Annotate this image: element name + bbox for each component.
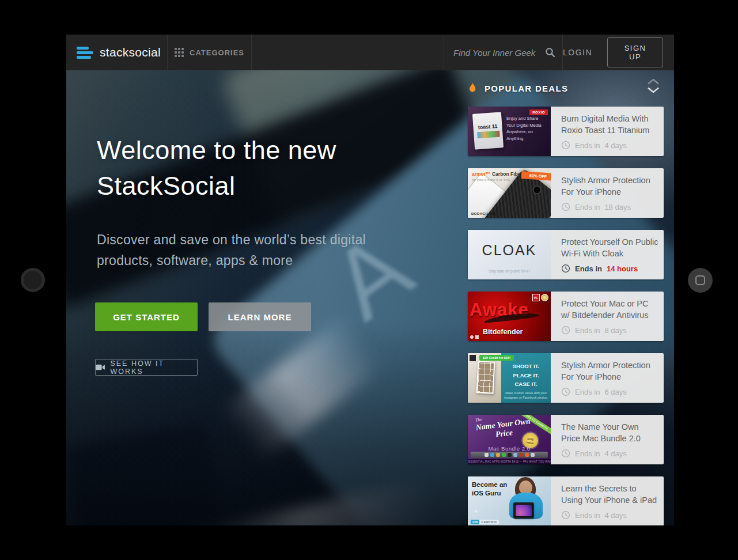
deal-thumbnail: armor™ Carbon Fiber for your iPhone 5 or… — [468, 168, 551, 218]
deal-thumbnail: $25 Credit for $15! SHOOT IT. PLACE IT. … — [468, 353, 551, 403]
award-badges: PC — [532, 294, 548, 301]
roxio-brand-badge: ROXIO — [529, 109, 548, 115]
chevron-up-icon[interactable] — [647, 78, 660, 85]
deal-title: Protect Yourself On Public Wi-Fi With Cl… — [561, 236, 659, 259]
deal-card-roxio[interactable]: ROXIO toast 11 Enjoy and Share Your Digi… — [468, 107, 664, 156]
chevron-down-icon[interactable] — [647, 87, 660, 93]
logo[interactable]: stacksocial — [66, 35, 167, 70]
deal-body: Learn the Secrets to Using Your iPhone &… — [551, 476, 664, 525]
get-started-button[interactable]: GET STARTED — [95, 302, 198, 331]
ipad-art — [513, 502, 534, 519]
account-area: LOGIN SIGN UP — [562, 35, 674, 70]
hero-buttons: GET STARTED LEARN MORE — [95, 302, 388, 331]
deal-body: Protect Yourself On Public Wi-Fi With Cl… — [551, 230, 664, 279]
search-box — [444, 35, 562, 70]
search-input[interactable] — [453, 48, 543, 58]
search-icon[interactable] — [545, 47, 555, 58]
deal-body: The Name Your Own Price Mac Bundle 2.0 E… — [551, 415, 664, 464]
clock-icon — [561, 141, 570, 150]
ios-centric-badge: iOS CENTRIC — [471, 520, 499, 524]
page-title-line2: StackSocial — [97, 168, 388, 204]
deal-thumbnail: The Name Your Own Price GOES TO CHARITY … — [468, 415, 551, 464]
signup-button[interactable]: SIGN UP — [607, 37, 663, 67]
platform-icons — [470, 335, 479, 339]
deal-thumbnail: ROXIO toast 11 Enjoy and Share Your Digi… — [468, 107, 551, 156]
deal-body: Stylish Armor Protection For Your iPhone… — [551, 168, 664, 218]
deal-body: Stylish Armor Protection For Your iPhone… — [551, 353, 664, 403]
deal-countdown-urgent: Ends in 14 hours — [561, 264, 638, 273]
popular-deals-title: POPULAR DEALS — [485, 84, 568, 93]
stack-bars-icon — [77, 47, 93, 59]
home-button-icon — [688, 268, 713, 293]
deal-title: Burn Digital Media With Roxio Toast 11 T… — [561, 113, 659, 136]
deal-card-ios-guru[interactable]: Become an iOS Guru iOS CENTRIC Le — [468, 476, 664, 525]
learn-more-button[interactable]: LEARN MORE — [209, 302, 311, 331]
deal-card-armor[interactable]: armor™ Carbon Fiber for your iPhone 5 or… — [468, 168, 664, 218]
deal-body: Burn Digital Media With Roxio Toast 11 T… — [551, 107, 664, 156]
cloak-logo: CLOAK — [468, 242, 551, 259]
clock-icon — [561, 202, 570, 211]
deal-countdown: Ends in 8 days — [561, 326, 627, 335]
clock-icon — [561, 264, 570, 273]
deal-title: Protect Your Mac or PC w/ Bitdefender An… — [561, 298, 659, 321]
flame-icon — [468, 82, 478, 94]
see-how-it-works-button[interactable]: SEE HOW IT WORKS — [95, 359, 198, 376]
product-box: toast 11 — [472, 112, 504, 149]
top-navbar: stacksocial CATEGORIES LOGIN SIGN UP — [66, 35, 674, 70]
page-title-line1: Welcome to the new — [97, 133, 388, 168]
popular-deals-header: POPULAR DEALS — [468, 81, 664, 96]
deal-thumbnail: CLOAK Stay safe on public Wi-Fi — [468, 230, 551, 279]
deal-title: Learn the Secrets to Using Your iPhone &… — [561, 483, 659, 506]
camera-dot-icon — [21, 268, 45, 292]
video-camera-icon — [96, 364, 105, 370]
deal-title: Stylish Armor Protection For Your iPhone — [561, 175, 659, 198]
deal-title: The Name Your Own Price Mac Bundle 2.0 — [561, 421, 659, 444]
deal-card-custom-case[interactable]: $25 Credit for $15! SHOOT IT. PLACE IT. … — [468, 353, 664, 403]
see-how-it-works-label: SEE HOW IT WORKS — [110, 360, 197, 376]
login-link[interactable]: LOGIN — [563, 48, 592, 57]
brand-square — [470, 355, 476, 361]
photo-collage-case — [476, 361, 495, 393]
deal-title: Stylish Armor Protection For Your iPhone — [561, 360, 659, 383]
deal-countdown: Ends in 6 days — [561, 387, 627, 396]
browser-viewport: stacksocial CATEGORIES LOGIN SIGN UP — [66, 35, 674, 525]
grid-dots-icon — [175, 48, 184, 57]
deal-countdown: Ends in 4 days — [561, 449, 627, 458]
deal-thumbnail: Awake PC Bitdefender — [468, 292, 551, 341]
deal-countdown: Ends in 18 days — [561, 202, 631, 211]
tablet-mockup: stacksocial CATEGORIES LOGIN SIGN UP — [0, 0, 738, 560]
categories-button[interactable]: CATEGORIES — [167, 35, 252, 70]
deal-card-bitdefender[interactable]: Awake PC Bitdefender Protect Your Mac or… — [468, 292, 664, 341]
clock-icon — [561, 510, 570, 520]
gold-seal — [541, 294, 548, 301]
deal-countdown: Ends in 4 days — [561, 510, 627, 520]
app-dock — [471, 452, 548, 458]
navbar-spacer — [252, 35, 444, 70]
hero-content: Welcome to the new StackSocial Discover … — [95, 70, 388, 376]
clock-icon — [561, 326, 570, 335]
box-art — [477, 131, 500, 139]
deals-scroll-arrows — [647, 78, 660, 93]
clock-icon — [561, 387, 570, 396]
deals-list: ROXIO toast 11 Enjoy and Share Your Digi… — [468, 107, 664, 525]
page-subtitle: Discover and save on the world’s best di… — [97, 229, 388, 271]
clock-icon — [561, 449, 570, 458]
deal-thumbnail: Become an iOS Guru iOS CENTRIC — [468, 476, 551, 525]
credit-badge: $25 Credit for $15! — [479, 355, 514, 361]
deal-card-cloak[interactable]: CLOAK Stay safe on public Wi-Fi Protect … — [468, 230, 664, 279]
deal-countdown: Ends in 4 days — [561, 141, 627, 150]
logo-text: stacksocial — [100, 46, 161, 59]
popular-deals-panel: POPULAR DEALS ROXIO toast 11 — [468, 35, 664, 525]
categories-label: CATEGORIES — [190, 48, 244, 57]
page-title: Welcome to the new StackSocial — [97, 133, 388, 204]
deal-card-mac-bundle[interactable]: The Name Your Own Price GOES TO CHARITY … — [468, 415, 664, 464]
deal-body: Protect Your Mac or PC w/ Bitdefender An… — [551, 292, 664, 341]
